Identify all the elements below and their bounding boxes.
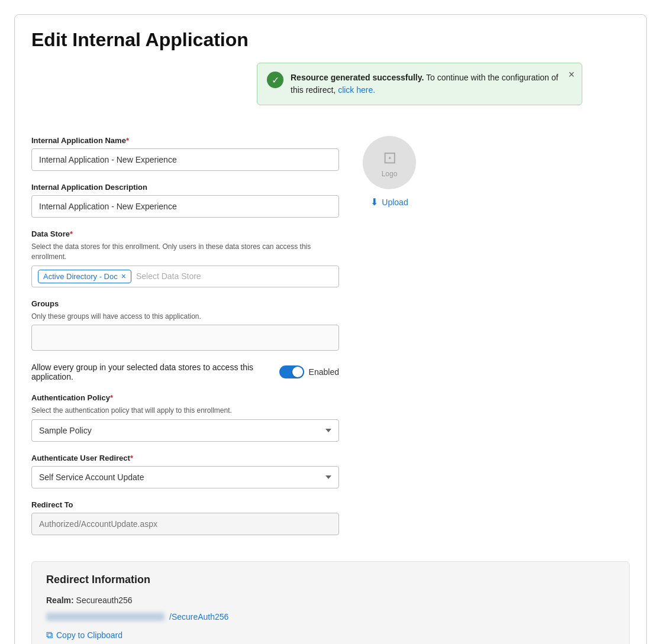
toggle-knob	[292, 367, 303, 377]
groups-label: Groups	[31, 299, 339, 308]
data-store-label: Data Store*	[31, 229, 339, 238]
app-name-label: Internal Application Name*	[31, 136, 339, 145]
data-store-placeholder: Select Data Store	[136, 271, 201, 281]
auth-policy-sublabel: Select the authentication policy that wi…	[31, 406, 339, 416]
app-desc-input[interactable]	[31, 195, 339, 218]
tag-remove-button[interactable]: ×	[121, 272, 126, 280]
success-icon: ✓	[267, 72, 283, 88]
click-here-link[interactable]: click here.	[338, 85, 375, 95]
url-suffix: /SecureAuth256	[169, 612, 228, 622]
page-title: Edit Internal Application	[31, 29, 630, 51]
upload-icon: ⬇	[370, 196, 378, 208]
access-toggle[interactable]	[279, 365, 304, 378]
logo-label: Logo	[382, 170, 398, 178]
groups-sublabel: Only these groups will have access to th…	[31, 312, 339, 322]
copy-icon: ⧉	[46, 630, 53, 640]
redirect-to-field-group: Redirect To	[31, 500, 339, 535]
auth-policy-field-group: Authentication Policy* Select the authen…	[31, 393, 339, 442]
auth-user-redirect-field-group: Authenticate User Redirect* Self Service…	[31, 454, 339, 488]
redirect-to-label: Redirect To	[31, 500, 339, 509]
banner-close-button[interactable]: ×	[568, 69, 575, 80]
url-row: /SecureAuth256	[46, 612, 615, 622]
auth-policy-select[interactable]: Sample Policy Default Policy Custom Poli…	[31, 419, 339, 442]
toggle-row: Allow every group in your selected data …	[31, 363, 339, 381]
logo-circle: ⊡ Logo	[363, 136, 416, 189]
copy-to-clipboard-button[interactable]: ⧉ Copy to Clipboard	[46, 630, 122, 640]
app-desc-label: Internal Application Description	[31, 183, 339, 192]
toggle-wrapper: Enabled	[279, 365, 339, 378]
realm-value: Secureauth256	[76, 596, 133, 605]
url-blurred	[46, 613, 165, 621]
redirect-info-box: Redirect Information Realm: Secureauth25…	[31, 561, 630, 644]
camera-icon: ⊡	[383, 148, 396, 167]
data-store-tag[interactable]: Active Directory - Doc ×	[38, 270, 131, 283]
realm-label: Realm:	[46, 596, 74, 605]
data-store-input[interactable]: Active Directory - Doc × Select Data Sto…	[31, 266, 339, 287]
data-store-field-group: Data Store* Select the data stores for t…	[31, 229, 339, 287]
auth-user-redirect-select[interactable]: Self Service Account Update Default Redi…	[31, 466, 339, 488]
realm-row: Realm: Secureauth256	[46, 596, 615, 605]
groups-input[interactable]	[31, 325, 339, 351]
right-area: ⊡ Logo ⬇ Upload	[363, 136, 416, 208]
app-name-field-group: Internal Application Name*	[31, 136, 339, 171]
upload-button[interactable]: ⬇ Upload	[370, 196, 408, 208]
groups-field-group: Groups Only these groups will have acces…	[31, 299, 339, 351]
form-area: Internal Application Name* Internal Appl…	[31, 136, 339, 547]
app-desc-field-group: Internal Application Description	[31, 183, 339, 218]
redirect-to-input[interactable]	[31, 513, 339, 535]
toggle-status: Enabled	[309, 367, 339, 377]
success-banner: ✓ Resource generated successfully. To co…	[257, 63, 582, 105]
redirect-info-title: Redirect Information	[46, 574, 615, 586]
auth-user-redirect-label: Authenticate User Redirect*	[31, 454, 339, 462]
auth-policy-label: Authentication Policy*	[31, 393, 339, 402]
success-text: Resource generated successfully. To cont…	[291, 72, 572, 96]
toggle-label: Allow every group in your selected data …	[31, 363, 272, 381]
app-name-input[interactable]	[31, 148, 339, 171]
data-store-sublabel: Select the data stores for this enrollme…	[31, 242, 339, 262]
